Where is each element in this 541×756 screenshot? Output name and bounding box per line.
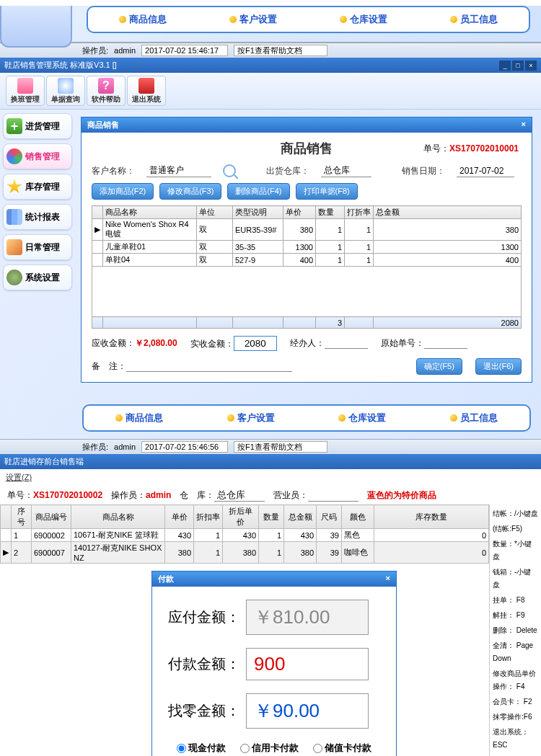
origno-input[interactable] [424, 337, 467, 349]
shift-manage-button[interactable]: 换班管理 [6, 76, 45, 106]
status-bar-2: 操作员:admin [0, 439, 541, 454]
settings-menu[interactable]: 设置(Z) [0, 469, 541, 486]
edit-product-button[interactable]: 修改商品(F3) [159, 183, 221, 200]
pencil-icon [6, 239, 22, 255]
pos-warehouse-input[interactable] [214, 489, 265, 502]
nav-staff-info[interactable]: 员工信息 [450, 13, 498, 26]
pie-icon [6, 148, 22, 164]
datetime-field-2 [141, 441, 228, 453]
bottom-nav-2: 商品信息 客户设置 仓库设置 员工信息 [82, 404, 531, 432]
print-button[interactable]: 打印单据(F8) [296, 183, 358, 200]
sum-qty: 3 [316, 317, 345, 329]
sidebar-purchase[interactable]: +进货管理 [3, 113, 72, 139]
col-total: 总金额 [374, 206, 522, 219]
sales-dialog-title: 商品销售 [87, 120, 119, 130]
nav-warehouse-setup-2[interactable]: 仓库设置 [338, 412, 386, 424]
sidebar-sales[interactable]: 销售管理 [3, 143, 72, 169]
radio-cash[interactable]: 现金付款 [177, 742, 226, 755]
dot-icon [229, 16, 237, 23]
col-spec: 类型说明 [233, 206, 283, 219]
payment-title: 付款 [158, 574, 174, 584]
sec3-title: 鞋店进销存前台销售端 [4, 456, 84, 467]
nav-customer-setup-2[interactable]: 客户设置 [227, 412, 275, 424]
operator-label: 操作员: [82, 45, 108, 56]
minimize-button[interactable]: _ [499, 61, 511, 71]
pay-change-value: ￥90.00 [246, 693, 369, 729]
handler-input[interactable] [325, 337, 368, 349]
dot-icon [115, 414, 123, 422]
delete-product-button[interactable]: 删除商品(F4) [227, 183, 289, 200]
nav-product-info[interactable]: 商品信息 [119, 13, 167, 26]
order-no-value: XS170702010001 [449, 143, 519, 154]
maximize-button[interactable]: □ [512, 61, 524, 71]
sales-grid[interactable]: 商品名称 单位 类型说明 单价 数量 打折率 总金额 ▶Nike Women's… [92, 205, 522, 329]
close-button[interactable]: × [525, 61, 537, 71]
col-name: 商品名称 [103, 206, 197, 219]
table-row[interactable]: ▶Nike Women's Shox R4 电镀双EUR35-39#380113… [92, 219, 522, 241]
warehouse-input[interactable] [321, 165, 371, 177]
payment-dialog: 付款× 应付金额：￥810.00 付款金额： 找零金额：￥90.00 现金付款 … [151, 571, 397, 756]
sidebar-stats[interactable]: 统计报表 [3, 204, 72, 230]
help-icon: ? [98, 78, 114, 94]
dot-icon [227, 414, 234, 422]
pos-grid[interactable]: 序号 商品编号 商品名称 单价 折扣率 折后单价 数量 总金额 尺码 颜色 库存… [0, 504, 489, 564]
table-row[interactable]: ▶26900007140127-耐克NIKE SHOX NZ3801380138… [1, 542, 489, 564]
pos-order-no: XS170702010002 [33, 490, 102, 500]
gear-icon [6, 270, 22, 285]
actual-input[interactable] [234, 336, 277, 351]
due-value: ￥2,080.00 [135, 338, 177, 348]
bottom-nav: 商品信息 客户设置 仓库设置 员工信息 [87, 6, 530, 33]
customer-input[interactable] [146, 165, 211, 177]
col-qty: 数量 [316, 206, 345, 219]
operator-value: admin [114, 46, 136, 55]
pos-operator: admin [146, 490, 171, 500]
payment-close[interactable]: × [386, 574, 390, 584]
table-row[interactable]: 单鞋04双527-940011400 [92, 254, 522, 267]
handler-label: 经办人： [290, 338, 325, 348]
plus-icon: + [6, 118, 22, 134]
customer-search-icon[interactable] [223, 164, 236, 177]
table-row[interactable]: 1690000210671-耐克NIKE 篮球鞋4301430143039黑色0 [1, 529, 489, 542]
nav-customer-setup[interactable]: 客户设置 [229, 13, 277, 26]
add-product-button[interactable]: 添加商品(F2) [92, 183, 154, 200]
table-row[interactable]: 儿童单鞋01双35-351300111300 [92, 241, 522, 254]
nav-staff-info-2[interactable]: 员工信息 [450, 412, 498, 424]
warehouse-label: 出货仓库： [266, 165, 309, 177]
sidebar: +进货管理 销售管理 库存管理 统计报表 日常管理 系统设置 [3, 113, 72, 290]
side-panel-decor [0, 6, 72, 48]
sidebar-settings[interactable]: 系统设置 [3, 264, 72, 290]
dot-icon [338, 414, 346, 422]
top-toolbar: 换班管理 单据查询 ?软件帮助 退出系统 [0, 73, 541, 110]
actual-label: 实收金额： [190, 339, 234, 349]
exit-dialog-button[interactable]: 退出(F6) [475, 358, 522, 375]
help-hint-field-2 [234, 441, 327, 453]
remark-input[interactable] [126, 360, 292, 372]
shortcuts-panel: 结帐：/小键盘 (结帐:F5) 数量：*小键盘 钱箱：-小键盘 挂单： F8 解… [489, 504, 541, 756]
query-button[interactable]: 单据查询 [46, 76, 85, 106]
exit-button[interactable]: 退出系统 [127, 76, 166, 106]
pos-salesperson-input[interactable] [308, 489, 359, 502]
dot-icon [340, 16, 347, 23]
date-input[interactable] [457, 165, 514, 177]
sidebar-daily[interactable]: 日常管理 [3, 234, 72, 260]
date-label: 销售日期： [402, 165, 445, 177]
datetime-field [141, 45, 228, 56]
radio-stored[interactable]: 储值卡付款 [313, 742, 371, 755]
help-button[interactable]: ?软件帮助 [87, 76, 126, 106]
query-icon [58, 78, 74, 94]
remark-label: 备 注： [92, 361, 126, 371]
sum-total: 2080 [374, 317, 522, 329]
blue-price-hint: 蓝色的为特价商品 [367, 489, 436, 502]
pay-paid-input[interactable] [246, 648, 369, 680]
order-no-label: 单号： [423, 143, 449, 154]
ok-button[interactable]: 确定(F5) [416, 358, 462, 375]
origno-label: 原始单号： [381, 338, 424, 348]
dot-icon [450, 414, 457, 422]
sales-dialog-close[interactable]: × [522, 120, 526, 130]
status-bar-1: 操作员:admin [0, 43, 541, 58]
nav-warehouse-setup[interactable]: 仓库设置 [340, 13, 387, 26]
app2-title-bar: 鞋店销售管理系统 标准版V3.1 [] _ □ × [0, 58, 541, 73]
radio-credit[interactable]: 信用卡付款 [240, 742, 299, 755]
nav-product-info-2[interactable]: 商品信息 [115, 412, 163, 424]
sidebar-stock[interactable]: 库存管理 [3, 174, 72, 200]
